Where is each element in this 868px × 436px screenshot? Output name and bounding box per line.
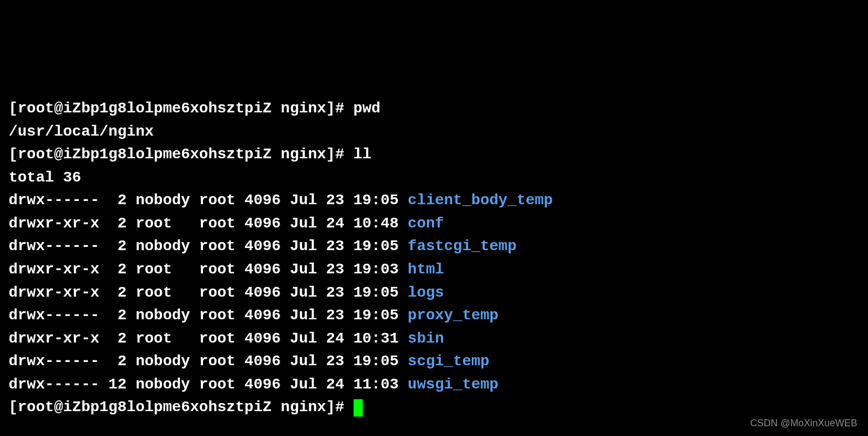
file-meta: drwx------ 2 nobody root 4096 Jul 23 19:… bbox=[9, 353, 408, 370]
ls-entry: drwxr-xr-x 2 root root 4096 Jul 24 10:31… bbox=[9, 327, 859, 351]
shell-prompt: [root@iZbp1g8lolpme6xohsztpiZ nginx]# bbox=[9, 100, 354, 117]
cursor-icon[interactable] bbox=[354, 399, 363, 417]
ls-entry: drwx------ 2 nobody root 4096 Jul 23 19:… bbox=[9, 235, 859, 258]
file-meta: drwx------ 2 nobody root 4096 Jul 23 19:… bbox=[9, 238, 408, 254]
shell-prompt: [root@iZbp1g8lolpme6xohsztpiZ nginx]# bbox=[9, 399, 354, 415]
shell-prompt: [root@iZbp1g8lolpme6xohsztpiZ nginx]# bbox=[9, 146, 354, 163]
dir-name: fastcgi_temp bbox=[408, 238, 517, 254]
total-line: total 36 bbox=[9, 166, 859, 190]
ls-entry: drwx------ 2 nobody root 4096 Jul 23 19:… bbox=[9, 304, 859, 327]
ls-entry: drwx------ 12 nobody root 4096 Jul 24 11… bbox=[9, 373, 859, 397]
ls-entry: drwx------ 2 nobody root 4096 Jul 23 19:… bbox=[9, 189, 859, 212]
dir-name: proxy_temp bbox=[408, 307, 498, 324]
dir-name: html bbox=[408, 261, 444, 278]
terminal-output[interactable]: [root@iZbp1g8lolpme6xohsztpiZ nginx]# pw… bbox=[9, 97, 859, 419]
watermark-text: CSDN @MoXinXueWEB bbox=[750, 416, 857, 431]
command-ll: ll bbox=[354, 146, 372, 163]
dir-name: conf bbox=[408, 215, 444, 232]
file-meta: drwx------ 2 nobody root 4096 Jul 23 19:… bbox=[9, 192, 408, 209]
dir-name: client_body_temp bbox=[408, 192, 553, 209]
ls-entry: drwxr-xr-x 2 root root 4096 Jul 23 19:03… bbox=[9, 258, 859, 281]
ls-entry: drwxr-xr-x 2 root root 4096 Jul 23 19:05… bbox=[9, 281, 859, 305]
command-pwd: pwd bbox=[354, 100, 381, 117]
file-meta: drwxr-xr-x 2 root root 4096 Jul 23 19:05 bbox=[9, 284, 408, 301]
dir-name: sbin bbox=[408, 330, 444, 347]
dir-name: uwsgi_temp bbox=[408, 376, 498, 393]
file-meta: drwx------ 12 nobody root 4096 Jul 24 11… bbox=[9, 376, 408, 393]
dir-name: scgi_temp bbox=[408, 353, 489, 370]
file-meta: drwx------ 2 nobody root 4096 Jul 23 19:… bbox=[9, 307, 408, 324]
ls-entry: drwx------ 2 nobody root 4096 Jul 23 19:… bbox=[9, 350, 859, 373]
dir-name: logs bbox=[408, 284, 444, 301]
file-meta: drwxr-xr-x 2 root root 4096 Jul 23 19:03 bbox=[9, 261, 408, 278]
pwd-output: /usr/local/nginx bbox=[9, 120, 859, 144]
file-meta: drwxr-xr-x 2 root root 4096 Jul 24 10:48 bbox=[9, 215, 408, 232]
ls-entry: drwxr-xr-x 2 root root 4096 Jul 24 10:48… bbox=[9, 212, 859, 236]
file-meta: drwxr-xr-x 2 root root 4096 Jul 24 10:31 bbox=[9, 330, 408, 347]
